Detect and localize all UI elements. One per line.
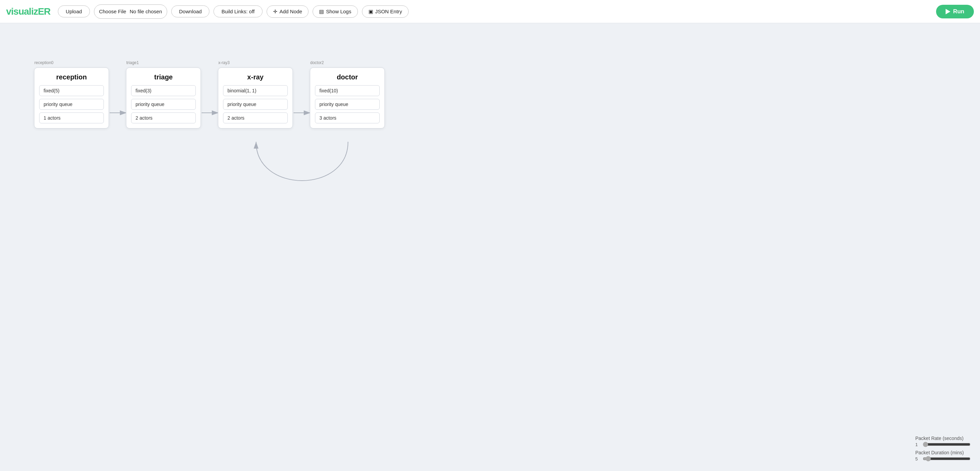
packet-duration-control: Packet Duration (mins) 5 <box>915 450 970 461</box>
header: visualizER Upload Choose File No file ch… <box>0 0 980 23</box>
add-node-label: Add Node <box>280 8 302 14</box>
node-service-time-reception0: fixed(5) <box>39 85 104 96</box>
packet-rate-control: Packet Rate (seconds) 1 <box>915 436 970 447</box>
file-input-wrapper[interactable]: Choose File No file chosen <box>94 5 167 19</box>
node-card-doctor2[interactable]: doctor2doctorfixed(10)priority queue3 ac… <box>310 67 385 128</box>
node-title-triage1: triage <box>131 73 196 81</box>
json-entry-button[interactable]: ▣ JSON Entry <box>362 5 409 18</box>
node-queue-type-reception0: priority queue <box>39 99 104 110</box>
build-links-button[interactable]: Build Links: off <box>213 5 262 18</box>
node-card-reception0[interactable]: reception0receptionfixed(5)priority queu… <box>34 67 109 128</box>
show-logs-icon: ▤ <box>319 8 324 14</box>
show-logs-button[interactable]: ▤ Show Logs <box>313 5 358 18</box>
packet-duration-label: Packet Duration (mins) <box>915 450 964 455</box>
packet-rate-slider[interactable] <box>923 442 970 447</box>
node-id-reception0: reception0 <box>34 60 54 65</box>
node-id-doctor2: doctor2 <box>310 60 324 65</box>
node-service-time-doctor2: fixed(10) <box>315 85 380 96</box>
show-logs-label: Show Logs <box>326 8 351 14</box>
node-service-time-x-ray3: binomial(1, 1) <box>223 85 288 96</box>
json-entry-label: JSON Entry <box>375 8 402 14</box>
canvas: reception0receptionfixed(5)priority queu… <box>0 23 980 471</box>
node-title-doctor2: doctor <box>315 73 380 81</box>
download-button[interactable]: Download <box>171 5 210 18</box>
packet-duration-slider[interactable] <box>923 456 970 461</box>
node-actors-doctor2: 3 actors <box>315 112 380 123</box>
node-queue-type-triage1: priority queue <box>131 99 196 110</box>
add-node-icon: ✛ <box>273 8 277 14</box>
run-icon <box>946 9 950 14</box>
controls-panel: Packet Rate (seconds) 1 Packet Duration … <box>915 436 970 461</box>
no-file-label: No file chosen <box>130 8 162 14</box>
upload-button[interactable]: Upload <box>58 5 90 18</box>
node-service-time-triage1: fixed(3) <box>131 85 196 96</box>
node-card-triage1[interactable]: triage1triagefixed(3)priority queue2 act… <box>126 67 201 128</box>
node-id-x-ray3: x-ray3 <box>218 60 229 65</box>
node-title-x-ray3: x-ray <box>223 73 288 81</box>
json-entry-icon: ▣ <box>368 8 373 14</box>
add-node-button[interactable]: ✛ Add Node <box>267 5 309 18</box>
node-actors-triage1: 2 actors <box>131 112 196 123</box>
node-id-triage1: triage1 <box>126 60 139 65</box>
choose-file-button[interactable]: Choose File <box>99 8 126 14</box>
node-card-x-ray3[interactable]: x-ray3x-raybinomial(1, 1)priority queue2… <box>218 67 293 128</box>
logo-green: ER <box>38 6 50 17</box>
node-actors-x-ray3: 2 actors <box>223 112 288 123</box>
run-label: Run <box>953 8 964 15</box>
packet-rate-value: 1 <box>915 442 920 447</box>
logo-black: visualiz <box>6 6 38 17</box>
node-queue-type-doctor2: priority queue <box>315 99 380 110</box>
node-actors-reception0: 1 actors <box>39 112 104 123</box>
packet-rate-label: Packet Rate (seconds) <box>915 436 964 441</box>
run-button[interactable]: Run <box>936 5 974 18</box>
node-title-reception0: reception <box>39 73 104 81</box>
packet-duration-value: 5 <box>915 457 920 461</box>
logo: visualizER <box>6 6 50 17</box>
node-queue-type-x-ray3: priority queue <box>223 99 288 110</box>
